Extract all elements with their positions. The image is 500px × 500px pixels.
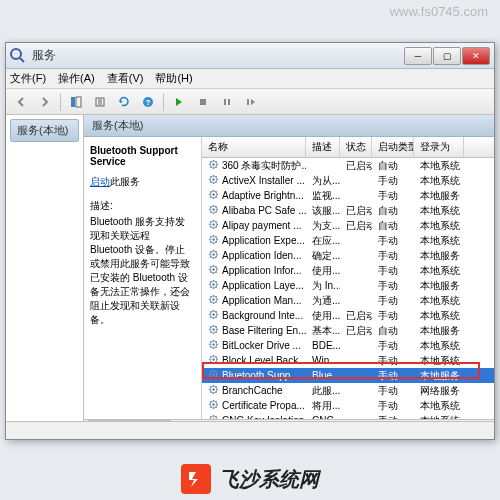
menubar: 文件(F) 操作(A) 查看(V) 帮助(H): [6, 69, 494, 89]
service-status-cell: 已启动: [340, 159, 372, 173]
toolbar-separator: [163, 93, 164, 111]
service-name-cell: Alipay payment ...: [222, 220, 301, 231]
service-desc-cell: Win...: [306, 355, 340, 366]
services-list[interactable]: 名称 描述 状态 启动类型 登录为 360 杀毒实时防护...已启动自动本地系统…: [202, 137, 494, 419]
window-title: 服务: [32, 47, 404, 64]
detail-panel: Bluetooth Support Service 启动此服务 描述: Blue…: [84, 137, 202, 419]
service-row[interactable]: BranchCache此服...手动网络服务: [202, 383, 494, 398]
service-row[interactable]: Adaptive Brightn...监视...手动本地服务: [202, 188, 494, 203]
start-service-link[interactable]: 启动: [90, 176, 110, 187]
service-row[interactable]: Block Level Back...Win...手动本地系统: [202, 353, 494, 368]
svg-point-25: [212, 268, 215, 271]
service-startup-cell: 自动: [372, 324, 414, 338]
svg-point-21: [212, 238, 215, 241]
service-startup-cell: 手动: [372, 399, 414, 413]
svg-point-0: [11, 49, 21, 59]
gear-icon: [208, 294, 219, 307]
service-row[interactable]: Alipay payment ...为支...已启动自动本地系统: [202, 218, 494, 233]
maximize-button[interactable]: ▢: [433, 47, 461, 65]
service-desc-cell: 为通...: [306, 294, 340, 308]
service-row[interactable]: Application Laye...为 In...手动本地服务: [202, 278, 494, 293]
gear-icon: [208, 414, 219, 419]
svg-rect-7: [224, 99, 226, 105]
svg-rect-9: [247, 99, 249, 105]
close-button[interactable]: ✕: [462, 47, 490, 65]
gear-icon: [208, 369, 219, 382]
service-row[interactable]: Certificate Propa...将用...手动本地系统: [202, 398, 494, 413]
start-service-button[interactable]: [168, 92, 190, 112]
gear-icon: [208, 354, 219, 367]
service-row[interactable]: Alibaba PC Safe ...该服...已启动自动本地系统: [202, 203, 494, 218]
service-row[interactable]: Base Filtering En...基本...已启动自动本地服务: [202, 323, 494, 338]
menu-help[interactable]: 帮助(H): [155, 71, 192, 86]
service-row[interactable]: Background Inte...使用...已启动手动本地系统: [202, 308, 494, 323]
svg-rect-1: [71, 97, 75, 107]
service-startup-cell: 手动: [372, 264, 414, 278]
service-desc-cell: 监视...: [306, 189, 340, 203]
svg-point-37: [212, 358, 215, 361]
help-button[interactable]: ?: [137, 92, 159, 112]
menu-file[interactable]: 文件(F): [10, 71, 46, 86]
svg-point-19: [212, 223, 215, 226]
service-logon-cell: 本地系统: [414, 219, 464, 233]
content-area: 服务(本地) 服务(本地) Bluetooth Support Service …: [6, 115, 494, 439]
service-row[interactable]: Application Iden...确定...手动本地服务: [202, 248, 494, 263]
service-row[interactable]: Bluetooth Supp...Blue...手动本地服务: [202, 368, 494, 383]
svg-point-45: [212, 418, 215, 419]
svg-point-35: [212, 343, 215, 346]
menu-action[interactable]: 操作(A): [58, 71, 95, 86]
back-button[interactable]: [10, 92, 32, 112]
service-name-cell: Adaptive Brightn...: [222, 190, 304, 201]
service-status-cell: 已启动: [340, 219, 372, 233]
column-name[interactable]: 名称: [202, 137, 306, 157]
service-desc-cell: 为 In...: [306, 279, 340, 293]
stop-service-button[interactable]: [192, 92, 214, 112]
service-row[interactable]: Application Expe...在应...手动本地系统: [202, 233, 494, 248]
service-row[interactable]: 360 杀毒实时防护...已启动自动本地系统: [202, 158, 494, 173]
tree-root-item[interactable]: 服务(本地): [10, 119, 79, 142]
restart-service-button[interactable]: [240, 92, 262, 112]
service-startup-cell: 手动: [372, 354, 414, 368]
description-label: 描述:: [90, 199, 195, 213]
forward-button[interactable]: [34, 92, 56, 112]
service-startup-cell: 手动: [372, 174, 414, 188]
minimize-button[interactable]: ─: [404, 47, 432, 65]
status-bar: [6, 421, 494, 439]
service-status-cell: 已启动: [340, 204, 372, 218]
refresh-button[interactable]: [113, 92, 135, 112]
service-name-cell: Application Infor...: [222, 265, 302, 276]
gear-icon: [208, 174, 219, 187]
menu-view[interactable]: 查看(V): [107, 71, 144, 86]
service-name-cell: 360 杀毒实时防护...: [222, 159, 306, 173]
column-logon[interactable]: 登录为: [414, 137, 464, 157]
service-logon-cell: 本地系统: [414, 159, 464, 173]
svg-point-29: [212, 298, 215, 301]
service-name-cell: BitLocker Drive ...: [222, 340, 301, 351]
svg-point-23: [212, 253, 215, 256]
service-row[interactable]: Application Man...为通...手动本地系统: [202, 293, 494, 308]
service-row[interactable]: BitLocker Drive ...BDE...手动本地系统: [202, 338, 494, 353]
gear-icon: [208, 339, 219, 352]
service-row[interactable]: Application Infor...使用...手动本地系统: [202, 263, 494, 278]
service-desc-cell: 此服...: [306, 384, 340, 398]
export-button[interactable]: [89, 92, 111, 112]
svg-point-27: [212, 283, 215, 286]
service-desc-cell: 为支...: [306, 219, 340, 233]
service-logon-cell: 本地系统: [414, 339, 464, 353]
service-name-cell: Application Man...: [222, 295, 302, 306]
pause-service-button[interactable]: [216, 92, 238, 112]
titlebar: 服务 ─ ▢ ✕: [6, 43, 494, 69]
service-row[interactable]: ActiveX Installer ...为从...手动本地系统: [202, 173, 494, 188]
column-description[interactable]: 描述: [306, 137, 340, 157]
service-startup-cell: 自动: [372, 159, 414, 173]
service-desc-cell: 将用...: [306, 399, 340, 413]
service-desc-cell: 使用...: [306, 264, 340, 278]
service-logon-cell: 本地系统: [414, 294, 464, 308]
toolbar-separator: [60, 93, 61, 111]
service-name-cell: Background Inte...: [222, 310, 303, 321]
column-startup[interactable]: 启动类型: [372, 137, 414, 157]
show-hide-button[interactable]: [65, 92, 87, 112]
gear-icon: [208, 249, 219, 262]
column-status[interactable]: 状态: [340, 137, 372, 157]
service-row[interactable]: CNG Key IsolationCNG...手动本地系统: [202, 413, 494, 419]
